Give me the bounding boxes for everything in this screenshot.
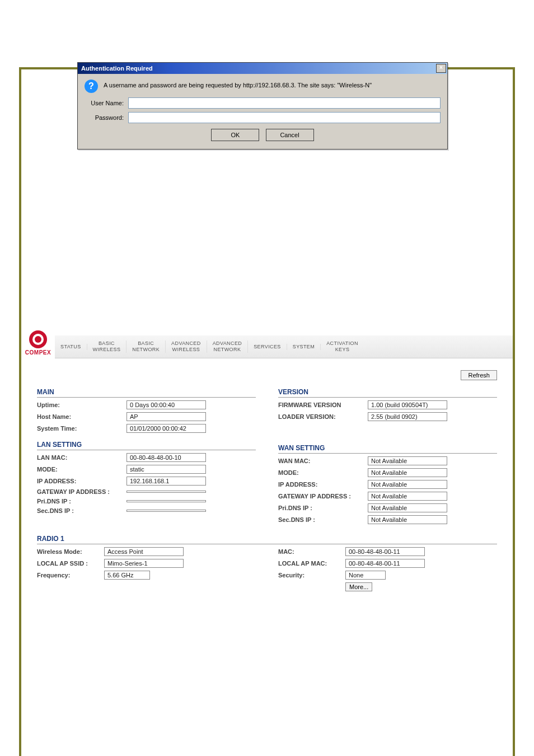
lan-pdns-value [127,500,206,502]
lan-pdns-label: Pri.DNS IP : [37,498,127,505]
password-label: Password: [85,114,124,121]
fw-label: FIRMWARE VERSION [278,402,368,408]
section-lan: LAN SETTING [37,438,256,450]
auth-dialog: Authentication Required × ? A username a… [77,62,448,150]
nav-tabs: STATUS BASIC WIRELESS BASIC NETWORK ADVA… [55,335,513,358]
sun-icon [29,330,47,348]
systime-value: 01/01/2000 00:00:42 [127,424,206,433]
wan-gw-value: Not Available [368,492,447,501]
section-version: VERSION [278,386,497,398]
wan-pdns-label: Pri.DNS IP : [278,505,368,511]
wan-mode-value: Not Available [368,468,447,477]
lan-mode-value: static [127,465,206,474]
ok-button[interactable]: OK [211,129,259,141]
tab-status[interactable]: STATUS [55,344,87,350]
content: Refresh MAIN Uptime:0 Days 00:00:40 Host… [21,358,513,617]
lan-mode-label: MODE: [37,466,127,473]
lan-sdns-label: Sec.DNS IP : [37,507,127,514]
lan-gw-label: GATEWAY IP ADDRESS : [37,488,127,495]
radio-left: Wireless Mode:Access Point LOCAL AP SSID… [37,544,256,594]
apmac-value: 00-80-48-48-00-11 [345,559,425,568]
dialog-body: ? A username and password are being requ… [78,74,447,149]
tab-system[interactable]: SYSTEM [287,344,321,350]
tab-basic-network[interactable]: BASIC NETWORK [127,340,166,353]
page-frame: Authentication Required × ? A username a… [19,67,515,756]
radio-right: MAC:00-80-48-48-00-11 LOCAL AP MAC:00-80… [278,544,497,594]
uptime-value: 0 Days 00:00:40 [127,400,206,409]
cancel-button[interactable]: Cancel [266,129,314,141]
tab-services[interactable]: SERVICES [248,344,287,350]
password-input[interactable] [128,112,441,123]
dialog-message: A username and password are being reques… [104,80,372,88]
loader-value: 2.55 (build 0902) [368,412,447,421]
wan-sdns-value: Not Available [368,515,447,524]
tab-advanced-wireless[interactable]: ADVANCED WIRELESS [166,340,207,353]
lan-mac-label: LAN MAC: [37,454,127,461]
wan-sdns-label: Sec.DNS IP : [278,516,368,523]
close-icon[interactable]: × [436,64,446,73]
lan-sdns-value [127,510,206,512]
hostname-label: Host Name: [37,413,127,420]
ssid-value: Mimo-Series-1 [104,559,184,568]
sec-label: Security: [278,572,345,578]
hostname-value: AP [127,412,206,421]
wan-mode-label: MODE: [278,469,368,476]
header: COMPEX STATUS BASIC WIRELESS BASIC NETWO… [21,327,513,358]
wmode-label: Wireless Mode: [37,548,104,555]
right-column: VERSION FIRMWARE VERSION1.00 (build 0905… [278,380,497,527]
radio-mac-value: 00-80-48-48-00-11 [345,547,425,556]
wan-ip-value: Not Available [368,480,447,489]
lan-gw-value [127,491,206,493]
left-column: MAIN Uptime:0 Days 00:00:40 Host Name:AP… [37,380,256,527]
radio-mac-label: MAC: [278,548,345,555]
wmode-value: Access Point [104,547,184,556]
sec-value: None [345,571,386,580]
brand-logo: COMPEX [21,327,55,358]
wan-mac-label: WAN MAC: [278,458,368,464]
section-main: MAIN [37,386,256,398]
username-label: User Name: [85,100,124,106]
freq-label: Frequency: [37,572,104,578]
brand-name: COMPEX [25,349,51,356]
section-wan: WAN SETTING [278,442,497,454]
ssid-label: LOCAL AP SSID : [37,560,104,567]
lan-mac-value: 00-80-48-48-00-10 [127,453,206,462]
wan-mac-value: Not Available [368,456,447,465]
refresh-button[interactable]: Refresh [461,370,497,380]
username-input[interactable] [128,97,441,109]
wan-gw-label: GATEWAY IP ADDRESS : [278,493,368,500]
dialog-titlebar: Authentication Required × [78,63,447,74]
systime-label: System Time: [37,425,127,432]
freq-value: 5.66 GHz [104,571,150,580]
question-icon: ? [85,80,98,93]
uptime-label: Uptime: [37,402,127,408]
more-button[interactable]: More... [345,582,372,591]
loader-label: LOADER VERSION: [278,413,368,420]
tab-advanced-network[interactable]: ADVANCED NETWORK [207,340,249,353]
section-radio1: RADIO 1 [37,533,497,544]
tab-basic-wireless[interactable]: BASIC WIRELESS [87,340,127,353]
fw-value: 1.00 (build 090504T) [368,400,447,409]
lan-ip-value: 192.168.168.1 [127,477,206,486]
apmac-label: LOCAL AP MAC: [278,560,345,567]
router-page: COMPEX STATUS BASIC WIRELESS BASIC NETWO… [21,327,513,617]
wan-ip-label: IP ADDRESS: [278,481,368,488]
dialog-title: Authentication Required [81,65,153,72]
tab-activation-keys[interactable]: ACTIVATION KEYS [321,340,364,353]
wan-pdns-value: Not Available [368,503,447,512]
lan-ip-label: IP ADDRESS: [37,478,127,484]
